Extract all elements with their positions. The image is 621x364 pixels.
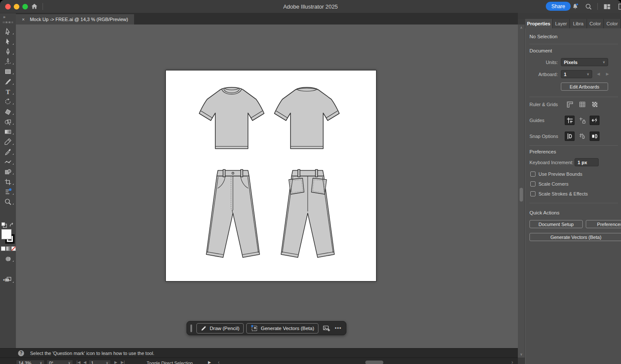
taskbar-drag-handle[interactable]: [190, 324, 192, 332]
image-trace-button[interactable]: [323, 325, 330, 332]
rotate-tool-button[interactable]: [0, 97, 16, 107]
use-preview-bounds-label: Use Preview Bounds: [538, 171, 582, 177]
symbols-tool-icon: [4, 168, 12, 175]
gradient-fill-icon[interactable]: [6, 246, 11, 251]
rotation-select[interactable]: 0° ∨: [46, 360, 73, 364]
zoom-level-value: 14,3%: [18, 361, 31, 364]
units-select[interactable]: Pixels ∨: [561, 58, 608, 66]
use-preview-bounds-checkbox[interactable]: [530, 171, 535, 177]
show-rulers-button[interactable]: [565, 100, 575, 109]
tshirt-front-graphic[interactable]: [197, 83, 266, 159]
pants-front-graphic[interactable]: [201, 167, 265, 263]
scroll-down-arrow[interactable]: ∨: [518, 352, 525, 356]
tab-color-guide[interactable]: Color: [604, 19, 621, 28]
document-section-title: Document: [529, 48, 552, 53]
snap-to-grid-button[interactable]: [577, 132, 587, 141]
lock-guides-button[interactable]: [577, 116, 587, 125]
app-window: Adobe Illustrator 2025 Share: [0, 0, 621, 364]
width-tool-button[interactable]: [0, 157, 16, 167]
rectangle-tool-button[interactable]: [0, 67, 16, 76]
previous-artboard-button[interactable]: ◀: [83, 360, 86, 364]
search-button[interactable]: [584, 2, 593, 11]
share-button[interactable]: Share: [546, 2, 571, 11]
fill-swatch[interactable]: [1, 229, 12, 239]
symbols-tool-button[interactable]: [0, 167, 16, 177]
swap-fill-stroke-icon[interactable]: [9, 222, 15, 228]
snap-to-point-button[interactable]: [565, 132, 575, 141]
notifications-button[interactable]: [571, 2, 579, 11]
artboard-tool-button[interactable]: [0, 177, 16, 187]
paintbrush-tool-button[interactable]: [0, 76, 16, 86]
shaper-tool-button[interactable]: [0, 137, 16, 147]
tools-panel-grip[interactable]: [3, 21, 13, 23]
expand-tools-button[interactable]: »: [3, 15, 6, 19]
tshirt-back-graphic[interactable]: [272, 83, 341, 159]
snap-to-pixel-button[interactable]: [590, 132, 600, 141]
scale-strokes-effects-checkbox[interactable]: [530, 191, 535, 196]
quick-actions-title: Quick Actions: [529, 210, 560, 215]
gradient-tool-button[interactable]: [0, 127, 16, 137]
chevron-down-icon: ∨: [106, 361, 108, 364]
scale-corners-checkbox[interactable]: [530, 181, 535, 187]
first-artboard-button[interactable]: |◀: [76, 360, 80, 364]
taskbar-more-button[interactable]: •••: [335, 325, 342, 331]
zoom-level-select[interactable]: 14,3% ∨: [16, 360, 45, 364]
selection-tool-button[interactable]: [0, 27, 16, 37]
show-transparency-grid-button[interactable]: [590, 100, 600, 109]
panel-switcher-button[interactable]: [617, 2, 621, 11]
tab-layers[interactable]: Layer: [553, 19, 570, 28]
generate-vectors-quick-action-button[interactable]: Generate Vectors (Beta): [529, 233, 621, 241]
document-tab[interactable]: × Mock Up -> FREE.ai @ 14,3 % (RGB/Previ…: [16, 14, 134, 24]
draw-pencil-button[interactable]: Draw (Pencil): [196, 323, 244, 333]
drawing-modes-button[interactable]: [0, 254, 16, 264]
next-artboard-icon[interactable]: ▶: [606, 72, 609, 76]
direct-selection-tool-button[interactable]: [0, 37, 16, 46]
snap-to-grid-icon: [579, 133, 586, 140]
shape-builder-tool-button[interactable]: [0, 117, 16, 127]
default-fill-stroke-icon[interactable]: [1, 222, 7, 228]
tab-properties[interactable]: Properties: [525, 19, 553, 28]
bell-icon: [572, 3, 579, 10]
zoom-tool-button[interactable]: [0, 197, 16, 207]
show-grid-button[interactable]: [577, 100, 587, 109]
pants-back-graphic[interactable]: [275, 167, 340, 263]
artboard-navigation-select[interactable]: 1 ∨: [89, 360, 111, 364]
status-menu-arrow[interactable]: ▶: [208, 360, 211, 364]
show-guides-button[interactable]: [565, 116, 575, 125]
keyboard-increment-input[interactable]: 1 px: [575, 158, 599, 166]
document-setup-button[interactable]: Document Setup: [529, 220, 583, 228]
last-artboard-button[interactable]: ▶|: [121, 360, 125, 364]
canvas-workspace[interactable]: Draw (Pencil) Generate Vectors (Beta) ••…: [16, 24, 518, 348]
align-tool-button[interactable]: [0, 187, 16, 197]
close-document-icon[interactable]: ×: [22, 17, 24, 22]
scroll-left-arrow[interactable]: ‹: [218, 359, 220, 364]
direct-selection-tool-icon: [4, 38, 12, 45]
question-mark-icon[interactable]: ?: [18, 350, 24, 356]
previous-artboard-icon[interactable]: ◀: [597, 72, 600, 76]
curvature-tool-button[interactable]: [0, 57, 16, 67]
color-fill-icon[interactable]: [1, 246, 6, 251]
artboard-select[interactable]: 1 ∨: [561, 70, 592, 78]
eyedropper-tool-button[interactable]: [0, 147, 16, 157]
status-display-label[interactable]: Toggle Direct Selection: [142, 361, 198, 364]
generate-vectors-button[interactable]: Generate Vectors (Beta): [246, 323, 318, 333]
workspace-switcher-button[interactable]: [603, 2, 611, 11]
type-tool-button[interactable]: T: [0, 87, 16, 97]
preferences-button[interactable]: Preferences: [586, 220, 621, 228]
pen-tool-button[interactable]: [0, 47, 16, 57]
scroll-up-arrow[interactable]: ∧: [518, 26, 525, 30]
tab-libraries[interactable]: Libra: [570, 19, 587, 28]
none-fill-icon[interactable]: [11, 246, 16, 251]
vertical-scrollbar-thumb[interactable]: [520, 188, 523, 202]
artboard-value: 1: [564, 72, 566, 77]
smart-guides-button[interactable]: [590, 116, 600, 125]
horizontal-scrollbar-thumb[interactable]: [365, 361, 383, 364]
width-tool-icon: [4, 158, 12, 165]
artboard-1[interactable]: [165, 70, 376, 281]
scroll-right-arrow[interactable]: ›: [511, 359, 513, 364]
next-artboard-button[interactable]: ▶: [114, 360, 117, 364]
tab-color[interactable]: Color: [587, 19, 604, 28]
eraser-tool-button[interactable]: [0, 107, 16, 116]
edit-artboards-button[interactable]: Edit Artboards: [561, 83, 608, 91]
more-tools-button[interactable]: •••: [3, 277, 10, 283]
